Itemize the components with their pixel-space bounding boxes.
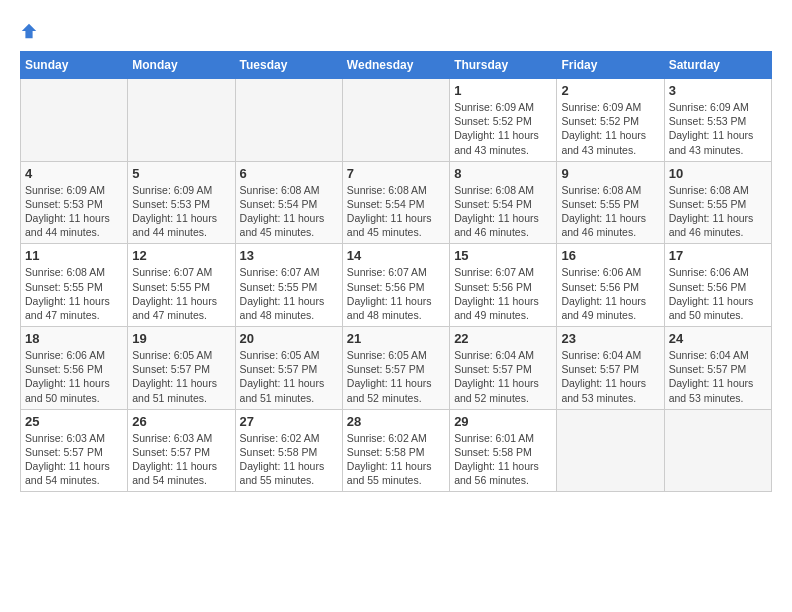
day-cell: 3Sunrise: 6:09 AM Sunset: 5:53 PM Daylig… xyxy=(664,79,771,162)
day-cell: 13Sunrise: 6:07 AM Sunset: 5:55 PM Dayli… xyxy=(235,244,342,327)
day-number: 3 xyxy=(669,83,767,98)
day-number: 19 xyxy=(132,331,230,346)
day-number: 5 xyxy=(132,166,230,181)
day-number: 16 xyxy=(561,248,659,263)
logo-icon xyxy=(20,22,38,40)
day-info: Sunrise: 6:08 AM Sunset: 5:54 PM Dayligh… xyxy=(454,183,552,240)
day-number: 10 xyxy=(669,166,767,181)
day-number: 1 xyxy=(454,83,552,98)
day-number: 14 xyxy=(347,248,445,263)
day-info: Sunrise: 6:06 AM Sunset: 5:56 PM Dayligh… xyxy=(561,265,659,322)
day-number: 24 xyxy=(669,331,767,346)
day-cell: 11Sunrise: 6:08 AM Sunset: 5:55 PM Dayli… xyxy=(21,244,128,327)
header-row: SundayMondayTuesdayWednesdayThursdayFrid… xyxy=(21,52,772,79)
day-info: Sunrise: 6:06 AM Sunset: 5:56 PM Dayligh… xyxy=(25,348,123,405)
day-info: Sunrise: 6:07 AM Sunset: 5:55 PM Dayligh… xyxy=(132,265,230,322)
week-row-3: 18Sunrise: 6:06 AM Sunset: 5:56 PM Dayli… xyxy=(21,327,772,410)
day-number: 17 xyxy=(669,248,767,263)
day-info: Sunrise: 6:08 AM Sunset: 5:54 PM Dayligh… xyxy=(347,183,445,240)
day-cell: 18Sunrise: 6:06 AM Sunset: 5:56 PM Dayli… xyxy=(21,327,128,410)
day-number: 26 xyxy=(132,414,230,429)
day-info: Sunrise: 6:02 AM Sunset: 5:58 PM Dayligh… xyxy=(347,431,445,488)
day-info: Sunrise: 6:09 AM Sunset: 5:53 PM Dayligh… xyxy=(669,100,767,157)
day-number: 29 xyxy=(454,414,552,429)
day-cell: 12Sunrise: 6:07 AM Sunset: 5:55 PM Dayli… xyxy=(128,244,235,327)
day-cell: 15Sunrise: 6:07 AM Sunset: 5:56 PM Dayli… xyxy=(450,244,557,327)
day-cell: 26Sunrise: 6:03 AM Sunset: 5:57 PM Dayli… xyxy=(128,409,235,492)
logo xyxy=(20,20,42,41)
day-info: Sunrise: 6:04 AM Sunset: 5:57 PM Dayligh… xyxy=(454,348,552,405)
day-cell: 28Sunrise: 6:02 AM Sunset: 5:58 PM Dayli… xyxy=(342,409,449,492)
day-cell xyxy=(664,409,771,492)
day-number: 4 xyxy=(25,166,123,181)
day-number: 12 xyxy=(132,248,230,263)
day-cell xyxy=(557,409,664,492)
day-cell xyxy=(235,79,342,162)
day-info: Sunrise: 6:05 AM Sunset: 5:57 PM Dayligh… xyxy=(347,348,445,405)
day-cell: 4Sunrise: 6:09 AM Sunset: 5:53 PM Daylig… xyxy=(21,161,128,244)
day-cell: 19Sunrise: 6:05 AM Sunset: 5:57 PM Dayli… xyxy=(128,327,235,410)
day-cell: 24Sunrise: 6:04 AM Sunset: 5:57 PM Dayli… xyxy=(664,327,771,410)
day-info: Sunrise: 6:09 AM Sunset: 5:53 PM Dayligh… xyxy=(132,183,230,240)
svg-marker-0 xyxy=(22,23,36,37)
day-info: Sunrise: 6:08 AM Sunset: 5:55 PM Dayligh… xyxy=(561,183,659,240)
day-number: 18 xyxy=(25,331,123,346)
day-number: 20 xyxy=(240,331,338,346)
week-row-0: 1Sunrise: 6:09 AM Sunset: 5:52 PM Daylig… xyxy=(21,79,772,162)
day-info: Sunrise: 6:04 AM Sunset: 5:57 PM Dayligh… xyxy=(561,348,659,405)
day-info: Sunrise: 6:07 AM Sunset: 5:55 PM Dayligh… xyxy=(240,265,338,322)
day-number: 13 xyxy=(240,248,338,263)
day-cell: 8Sunrise: 6:08 AM Sunset: 5:54 PM Daylig… xyxy=(450,161,557,244)
day-cell: 14Sunrise: 6:07 AM Sunset: 5:56 PM Dayli… xyxy=(342,244,449,327)
day-number: 25 xyxy=(25,414,123,429)
day-cell xyxy=(342,79,449,162)
day-info: Sunrise: 6:03 AM Sunset: 5:57 PM Dayligh… xyxy=(132,431,230,488)
header-friday: Friday xyxy=(557,52,664,79)
day-number: 2 xyxy=(561,83,659,98)
day-cell: 7Sunrise: 6:08 AM Sunset: 5:54 PM Daylig… xyxy=(342,161,449,244)
header-sunday: Sunday xyxy=(21,52,128,79)
header-tuesday: Tuesday xyxy=(235,52,342,79)
day-info: Sunrise: 6:07 AM Sunset: 5:56 PM Dayligh… xyxy=(347,265,445,322)
day-info: Sunrise: 6:09 AM Sunset: 5:52 PM Dayligh… xyxy=(454,100,552,157)
day-cell: 16Sunrise: 6:06 AM Sunset: 5:56 PM Dayli… xyxy=(557,244,664,327)
day-cell xyxy=(21,79,128,162)
day-number: 11 xyxy=(25,248,123,263)
day-cell: 27Sunrise: 6:02 AM Sunset: 5:58 PM Dayli… xyxy=(235,409,342,492)
day-info: Sunrise: 6:05 AM Sunset: 5:57 PM Dayligh… xyxy=(132,348,230,405)
header xyxy=(20,20,772,41)
day-cell: 5Sunrise: 6:09 AM Sunset: 5:53 PM Daylig… xyxy=(128,161,235,244)
header-saturday: Saturday xyxy=(664,52,771,79)
day-number: 8 xyxy=(454,166,552,181)
day-cell: 17Sunrise: 6:06 AM Sunset: 5:56 PM Dayli… xyxy=(664,244,771,327)
week-row-4: 25Sunrise: 6:03 AM Sunset: 5:57 PM Dayli… xyxy=(21,409,772,492)
day-info: Sunrise: 6:08 AM Sunset: 5:55 PM Dayligh… xyxy=(669,183,767,240)
day-info: Sunrise: 6:08 AM Sunset: 5:55 PM Dayligh… xyxy=(25,265,123,322)
day-info: Sunrise: 6:04 AM Sunset: 5:57 PM Dayligh… xyxy=(669,348,767,405)
day-info: Sunrise: 6:07 AM Sunset: 5:56 PM Dayligh… xyxy=(454,265,552,322)
day-cell: 9Sunrise: 6:08 AM Sunset: 5:55 PM Daylig… xyxy=(557,161,664,244)
day-number: 9 xyxy=(561,166,659,181)
day-info: Sunrise: 6:05 AM Sunset: 5:57 PM Dayligh… xyxy=(240,348,338,405)
day-cell: 6Sunrise: 6:08 AM Sunset: 5:54 PM Daylig… xyxy=(235,161,342,244)
day-info: Sunrise: 6:06 AM Sunset: 5:56 PM Dayligh… xyxy=(669,265,767,322)
day-info: Sunrise: 6:09 AM Sunset: 5:52 PM Dayligh… xyxy=(561,100,659,157)
day-cell: 2Sunrise: 6:09 AM Sunset: 5:52 PM Daylig… xyxy=(557,79,664,162)
day-number: 21 xyxy=(347,331,445,346)
header-thursday: Thursday xyxy=(450,52,557,79)
day-number: 7 xyxy=(347,166,445,181)
day-number: 28 xyxy=(347,414,445,429)
day-cell: 22Sunrise: 6:04 AM Sunset: 5:57 PM Dayli… xyxy=(450,327,557,410)
day-cell: 10Sunrise: 6:08 AM Sunset: 5:55 PM Dayli… xyxy=(664,161,771,244)
day-cell: 1Sunrise: 6:09 AM Sunset: 5:52 PM Daylig… xyxy=(450,79,557,162)
day-cell: 21Sunrise: 6:05 AM Sunset: 5:57 PM Dayli… xyxy=(342,327,449,410)
week-row-1: 4Sunrise: 6:09 AM Sunset: 5:53 PM Daylig… xyxy=(21,161,772,244)
day-number: 15 xyxy=(454,248,552,263)
calendar-table: SundayMondayTuesdayWednesdayThursdayFrid… xyxy=(20,51,772,492)
day-number: 23 xyxy=(561,331,659,346)
day-cell: 25Sunrise: 6:03 AM Sunset: 5:57 PM Dayli… xyxy=(21,409,128,492)
day-info: Sunrise: 6:08 AM Sunset: 5:54 PM Dayligh… xyxy=(240,183,338,240)
day-info: Sunrise: 6:09 AM Sunset: 5:53 PM Dayligh… xyxy=(25,183,123,240)
day-cell: 20Sunrise: 6:05 AM Sunset: 5:57 PM Dayli… xyxy=(235,327,342,410)
day-cell: 23Sunrise: 6:04 AM Sunset: 5:57 PM Dayli… xyxy=(557,327,664,410)
